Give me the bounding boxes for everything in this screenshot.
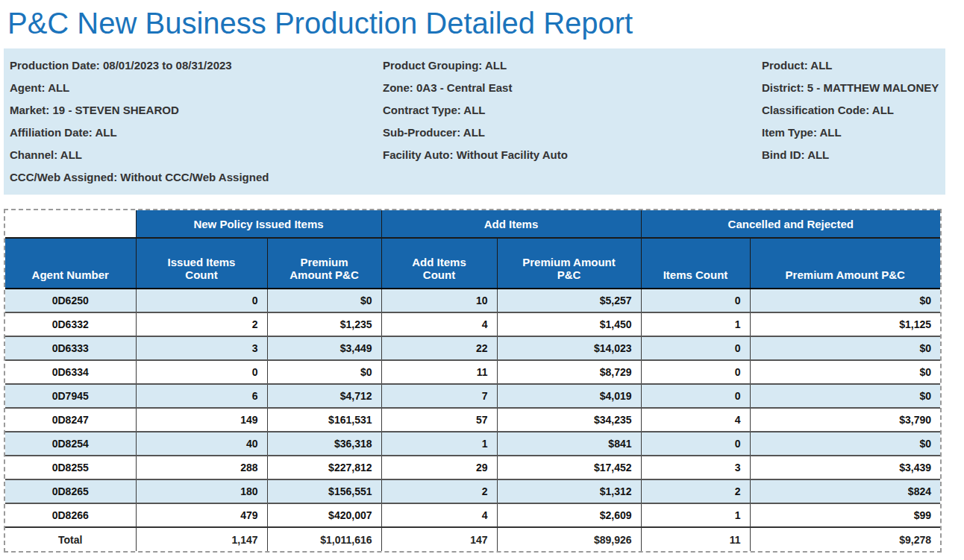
filter-value: 19 - STEVEN SHEAROD — [53, 104, 179, 116]
filter-column-3: Product: ALL District: 5 - MATTHEW MALON… — [762, 54, 945, 189]
filter-label: Affiliation Date: — [10, 126, 93, 139]
cancelled-items-count-cell: 1 — [641, 503, 750, 527]
filter-label: Item Type: — [762, 126, 817, 139]
agent-number-cell: 0D6332 — [5, 312, 136, 336]
filter-label: Agent: — [10, 81, 46, 94]
premium-add-cell: $2,609 — [497, 503, 641, 527]
filter-value: ALL — [820, 126, 842, 139]
add-items-count-cell: 57 — [381, 408, 497, 432]
cancelled-items-count-cell: 4 — [641, 408, 750, 432]
cancelled-items-count-cell: 0 — [641, 336, 750, 360]
filter-production-date: Production Date: 08/01/2023 to 08/31/202… — [10, 54, 383, 77]
add-items-count-cell: 4 — [381, 312, 497, 336]
filter-classification-code: Classification Code: ALL — [762, 99, 945, 122]
filter-column-2: Product Grouping: ALL Zone: 0A3 - Centra… — [383, 54, 762, 189]
premium-cancelled-cell: $3,790 — [750, 408, 940, 432]
premium-add-cell: $8,729 — [497, 360, 641, 384]
add-items-count-cell: 10 — [381, 289, 497, 312]
agent-number-cell: 0D6333 — [5, 336, 136, 360]
premium-issued-cell: $0 — [267, 289, 381, 312]
filter-label: Product: — [762, 59, 808, 72]
total-premium-cancelled-cell: $9,278 — [750, 527, 940, 551]
filter-channel: Channel: ALL — [10, 144, 383, 166]
filter-label: Product Grouping: — [383, 59, 482, 72]
premium-cancelled-cell: $0 — [750, 336, 940, 360]
issued-items-count-cell: 40 — [136, 432, 267, 456]
premium-add-cell: $1,312 — [497, 479, 641, 503]
filter-ccc-web-assigned: CCC/Web Assigned: Without CCC/Web Assign… — [10, 166, 383, 189]
premium-cancelled-cell: $0 — [750, 432, 940, 456]
cancelled-items-count-cell: 1 — [641, 312, 750, 336]
filter-agent: Agent: ALL — [10, 77, 383, 99]
filter-value: ALL — [463, 126, 485, 139]
premium-add-cell: $841 — [497, 432, 641, 456]
premium-add-cell: $14,023 — [497, 336, 641, 360]
filter-facility-auto: Facility Auto: Without Facility Auto — [383, 144, 762, 166]
cancelled-items-count-cell: 0 — [641, 432, 750, 456]
filter-affiliation-date: Affiliation Date: ALL — [10, 122, 383, 144]
total-issued-items-count-cell: 1,147 — [136, 527, 267, 551]
production-table-container: New Policy Issued Items Add Items Cancel… — [4, 209, 942, 553]
total-premium-add-cell: $89,926 — [497, 527, 641, 551]
issued-items-count-cell: 180 — [136, 479, 267, 503]
premium-issued-cell: $4,712 — [267, 384, 381, 408]
table-row: 0D8247 149 $161,531 57 $34,235 4 $3,790 — [5, 408, 940, 432]
premium-cancelled-cell: $0 — [750, 360, 940, 384]
total-add-items-count-cell: 147 — [381, 527, 497, 551]
add-items-count-cell: 22 — [381, 336, 497, 360]
agent-number-cell: 0D8247 — [5, 408, 136, 432]
filter-sub-producer: Sub-Producer: ALL — [383, 122, 762, 144]
column-header-issued-items-count: Issued Items Count — [136, 238, 267, 289]
column-header-items-count: Items Count — [641, 238, 750, 289]
premium-issued-cell: $420,007 — [267, 503, 381, 527]
premium-issued-cell: $36,318 — [267, 432, 381, 456]
premium-add-cell: $4,019 — [497, 384, 641, 408]
premium-cancelled-cell: $3,439 — [750, 456, 940, 479]
issued-items-count-cell: 0 — [136, 360, 267, 384]
cancelled-items-count-cell: 2 — [641, 479, 750, 503]
filter-product-grouping: Product Grouping: ALL — [383, 54, 762, 77]
table-row: 0D7945 6 $4,712 7 $4,019 0 $0 — [5, 384, 940, 408]
table-row: 0D8265 180 $156,551 2 $1,312 2 $824 — [5, 479, 940, 503]
cancelled-items-count-cell: 0 — [641, 384, 750, 408]
filter-panel: Production Date: 08/01/2023 to 08/31/202… — [4, 48, 945, 195]
add-items-count-cell: 29 — [381, 456, 497, 479]
premium-add-cell: $34,235 — [497, 408, 641, 432]
filter-bind-id: Bind ID: ALL — [762, 144, 945, 166]
filter-label: Zone: — [383, 81, 413, 94]
corner-cell — [5, 210, 136, 238]
table-row: 0D8254 40 $36,318 1 $841 0 $0 — [5, 432, 940, 456]
table-row: 0D6333 3 $3,449 22 $14,023 0 $0 — [5, 336, 940, 360]
filter-label: Contract Type: — [383, 104, 461, 116]
add-items-count-cell: 4 — [381, 503, 497, 527]
filter-label: Channel: — [10, 148, 57, 161]
filter-label: Market: — [10, 104, 49, 116]
total-premium-issued-cell: $1,011,616 — [267, 527, 381, 551]
add-items-count-cell: 11 — [381, 360, 497, 384]
agent-number-cell: 0D7945 — [5, 384, 136, 408]
production-table: New Policy Issued Items Add Items Cancel… — [5, 210, 940, 551]
filter-contract-type: Contract Type: ALL — [383, 99, 762, 122]
add-items-count-cell: 7 — [381, 384, 497, 408]
cancelled-items-count-cell: 0 — [641, 360, 750, 384]
agent-number-cell: 0D8254 — [5, 432, 136, 456]
table-row: 0D6250 0 $0 10 $5,257 0 $0 — [5, 289, 940, 312]
agent-number-cell: 0D8265 — [5, 479, 136, 503]
premium-issued-cell: $3,449 — [267, 336, 381, 360]
column-header-premium-amount-pc-add: Premium Amount P&C — [497, 238, 641, 289]
issued-items-count-cell: 479 — [136, 503, 267, 527]
group-header-new-policy-issued-items: New Policy Issued Items — [136, 210, 381, 238]
premium-cancelled-cell: $0 — [750, 289, 940, 312]
column-header-agent-number: Agent Number — [5, 238, 136, 289]
premium-issued-cell: $156,551 — [267, 479, 381, 503]
issued-items-count-cell: 288 — [136, 456, 267, 479]
filter-label: CCC/Web Assigned: — [10, 171, 117, 183]
filter-value: ALL — [48, 81, 69, 94]
filter-value: Without Facility Auto — [457, 148, 568, 161]
agent-number-cell: 0D8255 — [5, 456, 136, 479]
filter-label: Classification Code: — [762, 104, 869, 116]
filter-value: ALL — [485, 59, 507, 72]
premium-cancelled-cell: $824 — [750, 479, 940, 503]
filter-market: Market: 19 - STEVEN SHEAROD — [10, 99, 383, 122]
page-title: P&C New Business Production Detailed Rep… — [7, 3, 964, 43]
